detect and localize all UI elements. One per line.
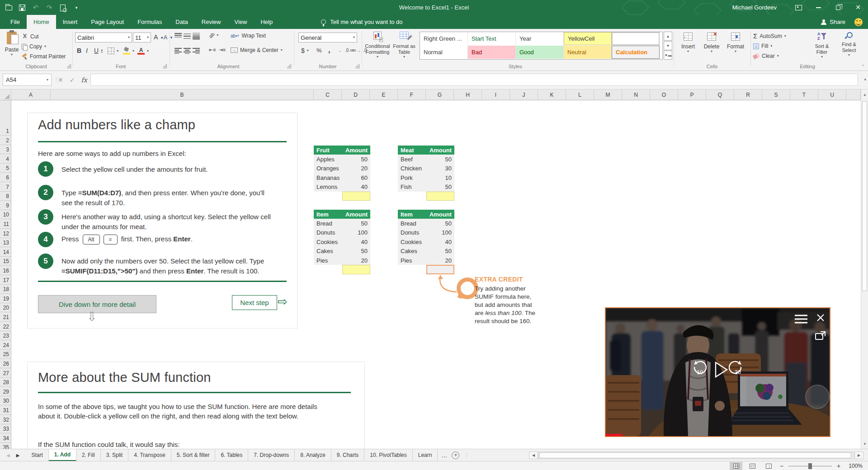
sheet-tab-1-add[interactable]: 1. Add — [49, 449, 76, 461]
formula-input[interactable] — [90, 74, 858, 86]
underline-button[interactable]: U▾ — [94, 47, 103, 54]
fill-button[interactable]: ↓ Fill▾ — [753, 43, 772, 49]
style-year[interactable]: Year — [516, 32, 564, 45]
select-all-button[interactable] — [0, 89, 11, 100]
row-header-5[interactable]: 5 — [0, 164, 11, 173]
row-header-26[interactable]: 26 — [0, 359, 11, 368]
zoom-level[interactable]: 100% — [845, 463, 863, 469]
italic-button[interactable]: I — [86, 47, 88, 54]
row-header-13[interactable]: 13 — [0, 238, 11, 248]
style-good[interactable]: Good — [516, 46, 564, 59]
row-header-30[interactable]: 30 — [0, 396, 11, 406]
table-row[interactable]: Bananas60 — [314, 173, 370, 182]
table-row[interactable]: Bread50 — [314, 219, 370, 228]
zoom-out-button[interactable]: − — [778, 462, 785, 470]
ribbon-tab-insert[interactable]: Insert — [56, 15, 85, 29]
ribbon-tab-data[interactable]: Data — [169, 15, 194, 29]
column-header-r[interactable]: R — [734, 89, 762, 100]
column-header-i[interactable]: I — [482, 89, 510, 100]
sheet-tab-learn[interactable]: Learn — [413, 449, 438, 461]
row-header-2[interactable]: 2 — [0, 136, 11, 145]
ribbon-tab-page-layout[interactable]: Page Layout — [84, 15, 131, 29]
row-header-12[interactable]: 12 — [0, 229, 11, 238]
table-row[interactable]: Bread50 — [398, 219, 454, 228]
row-header-28[interactable]: 28 — [0, 378, 11, 387]
row-header-7[interactable]: 7 — [0, 182, 11, 192]
font-size-select[interactable]: 11▾ — [133, 33, 151, 42]
vertical-scrollbar[interactable]: ▲ ▼ — [861, 89, 868, 449]
column-header-s[interactable]: S — [762, 89, 790, 100]
table-row[interactable]: Lemons40 — [314, 183, 370, 192]
sort-filter-button[interactable]: Sort & Filter▾ — [809, 32, 835, 59]
column-header-l[interactable]: L — [566, 89, 594, 100]
row-header-11[interactable]: 11 — [0, 219, 11, 229]
video-progress-bar[interactable] — [606, 434, 623, 436]
table-row[interactable]: Beef50 — [398, 155, 454, 164]
column-header-e[interactable]: E — [370, 89, 398, 100]
column-header-n[interactable]: N — [622, 89, 650, 100]
style-yellowcell[interactable]: YellowCell — [564, 32, 612, 45]
conditional-formatting-button[interactable]: Conditional Formatting ▾ — [364, 32, 391, 59]
ribbon-display-options-icon[interactable] — [788, 0, 808, 15]
table-row[interactable]: Donuts100 — [314, 228, 370, 237]
style-bad[interactable]: Bad — [468, 46, 516, 59]
row-header-19[interactable]: 19 — [0, 294, 11, 303]
ribbon-tab-view[interactable]: View — [227, 15, 254, 29]
ribbon-tab-formulas[interactable]: Formulas — [131, 15, 169, 29]
column-header-m[interactable]: M — [594, 89, 622, 100]
format-as-table-button[interactable]: Format as Table ▾ — [392, 32, 417, 59]
row-header-1[interactable]: 1 — [0, 100, 11, 136]
align-right-icon[interactable] — [193, 47, 200, 54]
dive-down-button[interactable]: Dive down for more detail — [38, 295, 156, 313]
sheet-tab-start[interactable]: Start — [26, 449, 48, 461]
align-top-icon[interactable] — [175, 33, 182, 40]
styles-more-icon[interactable]: ▼▬ — [664, 51, 672, 60]
borders-button[interactable]: ▾ — [108, 47, 118, 54]
column-header-partial[interactable] — [846, 89, 861, 100]
sheet-next-icon[interactable]: ▶ — [16, 453, 20, 458]
styles-scroll-down-icon[interactable]: ▼ — [664, 41, 672, 50]
row-header-16[interactable]: 16 — [0, 266, 11, 275]
column-header-k[interactable]: K — [538, 89, 566, 100]
row-header-8[interactable]: 8 — [0, 192, 11, 201]
horizontal-scroll-thumb[interactable] — [539, 452, 851, 458]
table-row[interactable]: Apples50 — [314, 155, 370, 164]
percent-style-button[interactable]: % — [316, 47, 322, 54]
column-header-d[interactable]: D — [342, 89, 370, 100]
merge-center-button[interactable]: ↔ Merge & Center▾ — [231, 47, 283, 53]
table-row[interactable]: Fish50 — [398, 183, 454, 192]
row-header-24[interactable]: 24 — [0, 340, 11, 350]
clipboard-dialog-launcher-icon[interactable] — [67, 64, 71, 68]
orange-formula-cell[interactable] — [426, 265, 454, 274]
scroll-down-icon[interactable]: ▼ — [861, 440, 868, 448]
close-icon[interactable]: × — [848, 0, 868, 15]
alignment-dialog-launcher-icon[interactable] — [287, 64, 291, 68]
more-sheets-indicator[interactable]: … — [441, 452, 447, 459]
user-name[interactable]: Michael Gordeev — [732, 4, 777, 11]
table-row[interactable]: Pies20 — [398, 256, 454, 265]
decrease-indent-icon[interactable]: ⇤≡ — [209, 47, 216, 53]
ribbon-tab-review[interactable]: Review — [195, 15, 228, 29]
minimize-icon[interactable] — [808, 0, 828, 15]
cancel-icon[interactable]: ✕ — [58, 76, 63, 84]
font-family-select[interactable]: Calibri▾ — [75, 33, 132, 42]
column-header-o[interactable]: O — [650, 89, 678, 100]
collapse-ribbon-icon[interactable]: ⌃ — [861, 64, 865, 69]
zoom-slider-thumb[interactable] — [808, 463, 812, 469]
styles-scroll-up-icon[interactable]: ▲ — [664, 32, 672, 41]
row-header-27[interactable]: 27 — [0, 368, 11, 378]
hscroll-left-icon[interactable]: ◀ — [529, 451, 538, 459]
column-header-a[interactable]: A — [11, 89, 51, 100]
style-normal[interactable]: Normal — [420, 46, 468, 59]
accounting-format-button[interactable]: $▾ — [301, 47, 309, 54]
row-header-9[interactable]: 9 — [0, 201, 11, 210]
yellow-formula-cell[interactable] — [342, 192, 370, 201]
row-header-35[interactable]: 35 — [0, 443, 11, 449]
orientation-button[interactable]: ab▾ — [209, 33, 218, 38]
row-header-14[interactable]: 14 — [0, 247, 11, 257]
tell-me-box[interactable]: Tell me what you want to do — [321, 15, 402, 29]
font-dialog-launcher-icon[interactable] — [163, 64, 167, 68]
table-row[interactable]: Pies20 — [314, 256, 370, 265]
align-bottom-icon[interactable] — [193, 33, 200, 40]
row-header-18[interactable]: 18 — [0, 285, 11, 294]
